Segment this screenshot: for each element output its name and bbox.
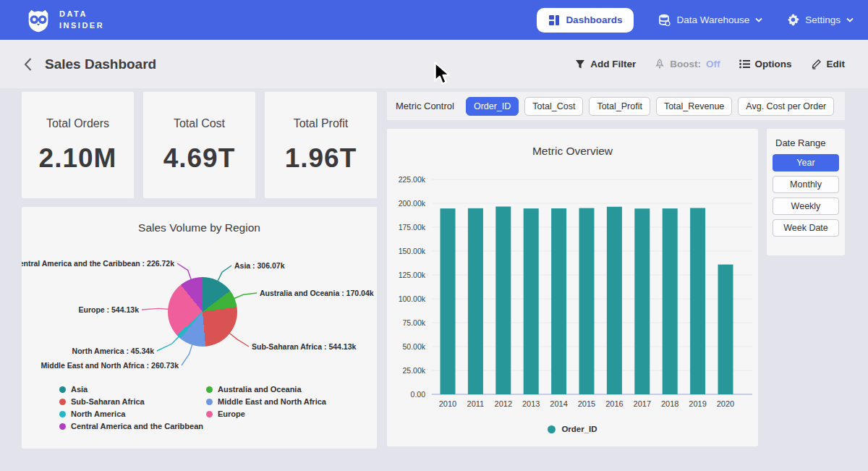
bar-2014[interactable]: [551, 208, 566, 394]
pie-legend-item[interactable]: Australia and Oceania: [206, 385, 326, 394]
metric-chip-total-cost[interactable]: Total_Cost: [524, 97, 583, 116]
add-filter-button[interactable]: Add Filter: [575, 59, 636, 69]
bar-2019[interactable]: [690, 208, 705, 394]
logo-text-line1: DATA: [59, 9, 104, 20]
date-range-weekly[interactable]: Weekly: [773, 198, 839, 215]
pie-legend-item[interactable]: Middle East and North Africa: [206, 397, 326, 406]
pie-legend-item[interactable]: Asia: [59, 385, 206, 394]
pencil-icon: [811, 59, 822, 69]
legend-label: Order_ID: [561, 425, 597, 433]
boost-toggle[interactable]: Boost:Off: [655, 59, 720, 69]
pie-legend-item[interactable]: Europe: [206, 410, 326, 418]
kpi-value: 1.96T: [285, 143, 357, 174]
page-header: Sales Dashboard Add Filter Boost:Off Opt: [0, 40, 868, 88]
legend-dot: [59, 386, 66, 393]
options-label: Options: [755, 59, 792, 69]
legend-label: Asia: [71, 385, 88, 394]
x-axis-tick: 2018: [661, 399, 678, 408]
pie-legend-item[interactable]: Sub-Saharan Africa: [59, 397, 206, 406]
pie-leader-line: [142, 308, 170, 310]
nav-settings-label: Settings: [805, 14, 841, 25]
x-axis-tick: 2015: [578, 399, 595, 408]
y-axis-tick: 100.00k: [399, 294, 426, 303]
edit-label: Edit: [827, 59, 846, 69]
date-range-panel: Date Range YearMonthlyWeeklyWeek Date: [767, 129, 845, 255]
kpi-label: Total Orders: [46, 117, 109, 130]
nav-dashboards-label: Dashboards: [566, 14, 622, 25]
kpi-card-total-orders: Total Orders 2.10M: [22, 92, 134, 198]
nav-dashboards-button[interactable]: Dashboards: [537, 8, 634, 33]
sales-volume-chart-card: Sales Volume by Region Asia : 306.07kAus…: [22, 207, 377, 449]
date-range-week-date[interactable]: Week Date: [773, 219, 839, 237]
x-axis-tick: 2013: [522, 399, 540, 408]
filter-icon: [575, 59, 585, 69]
pie-leader-line: [232, 293, 257, 300]
chevron-down-icon: [755, 17, 762, 22]
date-range-label: Date Range: [775, 137, 839, 148]
bar-2017[interactable]: [634, 208, 650, 394]
legend-dot: [206, 411, 213, 417]
metric-overview-chart-card: Metric Overview 0.0025.00k50.00k75.00k10…: [387, 129, 758, 446]
legend-dot: [59, 423, 66, 430]
y-axis-tick: 225.00k: [399, 175, 426, 184]
list-options-icon: [739, 59, 750, 69]
dashboard-grid-icon: [548, 14, 560, 26]
pie-slice-label: Europe : 544.13k: [79, 305, 140, 314]
bar-2012[interactable]: [495, 206, 511, 394]
legend-label: Europe: [218, 410, 245, 418]
bar-2020[interactable]: [718, 265, 733, 394]
legend-label: Middle East and North Africa: [218, 397, 326, 406]
nav-data-warehouse-label: Data Warehouse: [676, 14, 749, 25]
pie-legend-item[interactable]: North America: [59, 410, 206, 418]
x-axis-tick: 2016: [605, 399, 623, 408]
pie-leader-line: [177, 263, 192, 281]
edit-button[interactable]: Edit: [811, 59, 846, 69]
x-axis-tick: 2012: [495, 399, 512, 408]
x-axis-tick: 2019: [689, 399, 706, 408]
logo-text-line2: INSIDER: [59, 20, 104, 32]
date-range-monthly[interactable]: Monthly: [773, 176, 839, 193]
nav-data-warehouse[interactable]: Data Warehouse: [658, 14, 762, 26]
back-button[interactable]: [19, 56, 36, 73]
nav-settings[interactable]: Settings: [787, 14, 854, 26]
metric-chip-order-id[interactable]: Order_ID: [466, 97, 519, 116]
legend-label: Sub-Saharan Africa: [71, 397, 145, 406]
pie-chart[interactable]: [168, 277, 237, 347]
bar-2015[interactable]: [579, 208, 595, 394]
x-axis-tick: 2011: [467, 399, 485, 408]
options-button[interactable]: Options: [739, 59, 792, 69]
bar-2010[interactable]: [441, 208, 456, 394]
bar-2013[interactable]: [524, 208, 539, 394]
pie-chart-title: Sales Volume by Region: [22, 207, 377, 234]
pie-slice-label: North America : 45.34k: [72, 347, 155, 355]
x-axis-tick: 2017: [634, 399, 651, 408]
pie-slice-label: Asia : 306.07k: [234, 261, 285, 270]
legend-dot: [548, 425, 556, 433]
metric-chip-avg-cost-per-order[interactable]: Avg. Cost per Order: [738, 97, 834, 116]
pie-leader-line: [228, 332, 249, 347]
bar-2011[interactable]: [468, 208, 483, 394]
pie-slice-label: Sub-Saharan Africa : 544.13k: [252, 342, 356, 351]
bar-2016[interactable]: [607, 207, 622, 394]
x-axis-tick: 2014: [550, 399, 567, 408]
legend-label: North America: [71, 410, 125, 418]
database-icon: [658, 14, 671, 26]
metric-chip-total-profit[interactable]: Total_Profit: [589, 97, 650, 116]
pie-legend-item[interactable]: Central America and the Caribbean: [59, 422, 206, 430]
owl-logo-icon: [25, 7, 52, 34]
pie-leader-line: [217, 266, 231, 283]
rocket-icon: [655, 59, 665, 69]
x-axis-tick: 2020: [717, 399, 734, 408]
kpi-value: 4.69T: [163, 143, 236, 174]
metric-chip-total-revenue[interactable]: Total_Revenue: [656, 97, 732, 116]
pie-slice-label: Australia and Oceania : 170.04k: [260, 289, 374, 297]
date-range-year[interactable]: Year: [773, 154, 839, 171]
add-filter-label: Add Filter: [590, 59, 636, 69]
bar-chart-legend-item[interactable]: Order_ID: [387, 425, 758, 433]
boost-label: Boost:: [670, 59, 701, 69]
y-axis-tick: 125.00k: [399, 271, 426, 279]
bar-2018[interactable]: [663, 208, 678, 394]
y-axis-tick: 50.00k: [402, 342, 425, 351]
kpi-label: Total Cost: [174, 117, 225, 130]
boost-value: Off: [706, 59, 720, 69]
